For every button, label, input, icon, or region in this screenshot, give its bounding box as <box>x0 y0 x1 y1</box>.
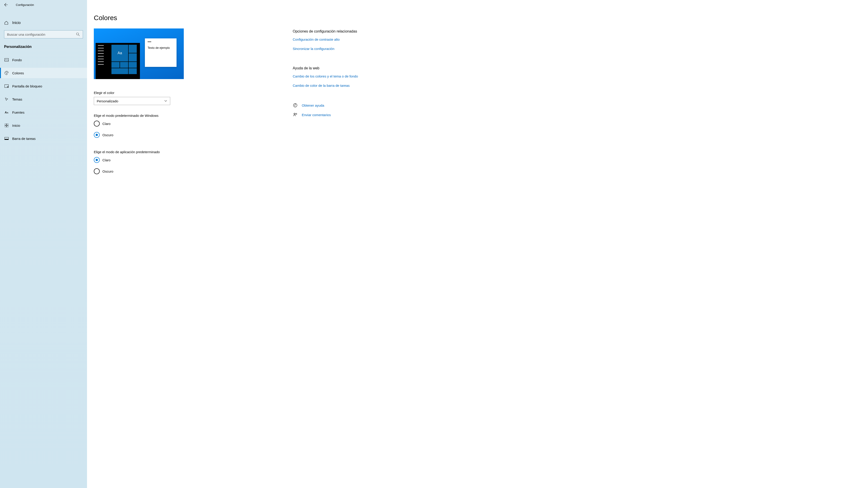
svg-rect-9 <box>5 126 6 127</box>
svg-point-0 <box>76 33 79 35</box>
svg-rect-6 <box>7 86 8 87</box>
preview-tile-aa: Aa <box>112 45 128 61</box>
preview-window: Texto de ejemplo <box>145 38 177 67</box>
taskbar-icon <box>4 137 9 140</box>
related-link-sync[interactable]: Sincronizar la configuración <box>293 46 361 52</box>
preview-window-text: Texto de ejemplo <box>148 46 174 50</box>
page-title: Colores <box>94 14 290 22</box>
feedback-link[interactable]: Enviar comentarios <box>293 112 361 117</box>
svg-rect-7 <box>5 124 6 125</box>
search-box[interactable] <box>4 30 83 38</box>
nav-label: Temas <box>12 97 22 101</box>
svg-rect-1 <box>5 59 8 61</box>
windows-mode-oscuro[interactable]: Oscuro <box>94 132 290 138</box>
nav-label: Colores <box>12 71 24 75</box>
svg-point-14 <box>294 113 295 115</box>
radio-label: Oscuro <box>102 133 113 137</box>
app-mode-oscuro[interactable]: Oscuro <box>94 168 290 174</box>
web-help-heading: Ayuda de la web <box>293 66 361 70</box>
nav-item-pantalla-bloqueo[interactable]: Pantalla de bloqueo <box>0 81 87 91</box>
nav-item-fuentes[interactable]: AA Fuentes <box>0 107 87 118</box>
nav-label: Fuentes <box>12 110 24 114</box>
svg-rect-10 <box>7 126 8 127</box>
nav-label: Fondo <box>12 58 22 62</box>
right-column: Opciones de configuración relacionadas C… <box>293 14 361 488</box>
app-title: Configuración <box>16 3 34 6</box>
main: Colores Aa <box>87 0 868 488</box>
nav-item-barra-tareas[interactable]: Barra de tareas <box>0 133 87 144</box>
related-heading: Opciones de configuración relacionadas <box>293 29 361 33</box>
svg-point-3 <box>6 72 6 72</box>
radio-checked-icon <box>94 157 100 163</box>
back-button[interactable] <box>4 3 8 7</box>
palette-icon <box>4 71 9 75</box>
search-input[interactable] <box>4 33 79 36</box>
svg-point-13 <box>293 103 297 107</box>
chevron-down-icon <box>164 99 167 103</box>
titlebar: Configuración <box>0 0 87 8</box>
app-mode-label: Elige el modo de aplicación predetermina… <box>94 150 290 154</box>
nav-item-inicio[interactable]: Inicio <box>0 120 87 131</box>
sidebar: Configuración Inicio Personalización Fon… <box>0 0 87 488</box>
app-mode-claro[interactable]: Claro <box>94 157 290 163</box>
nav-label: Inicio <box>12 124 20 127</box>
search-icon <box>76 32 80 36</box>
web-link-taskbar[interactable]: Cambio de color de la barra de tareas <box>293 83 361 88</box>
radio-label: Oscuro <box>102 169 113 173</box>
svg-point-2 <box>5 72 6 73</box>
color-preview: Aa Texto de ejemplo <box>94 29 184 79</box>
nav-label: Pantalla de bloqueo <box>12 84 42 88</box>
preview-start-menu: Aa <box>96 43 140 79</box>
nav-item-colores[interactable]: Colores <box>0 68 87 78</box>
windows-mode-label: Elige el modo predeterminado de Windows <box>94 113 290 118</box>
radio-icon <box>94 121 100 127</box>
web-link-colors[interactable]: Cambio de los colores y el tema o de fon… <box>293 74 361 79</box>
nav-label: Barra de tareas <box>12 137 35 140</box>
radio-label: Claro <box>102 122 111 126</box>
radio-label: Claro <box>102 158 111 162</box>
link-text: Enviar comentarios <box>302 113 331 117</box>
lockscreen-icon <box>4 85 9 88</box>
nav-item-temas[interactable]: Temas <box>0 94 87 104</box>
home-nav[interactable]: Inicio <box>0 18 87 28</box>
svg-rect-12 <box>5 139 8 140</box>
section-title: Personalización <box>0 38 87 52</box>
color-select-label: Elegir el color <box>94 91 290 95</box>
start-icon <box>4 124 9 127</box>
radio-icon <box>94 168 100 174</box>
home-label: Inicio <box>12 21 21 25</box>
svg-point-4 <box>7 72 7 72</box>
dropdown-value: Personalizado <box>97 99 118 103</box>
home-icon <box>4 21 8 25</box>
help-icon <box>293 103 298 107</box>
radio-checked-icon <box>94 132 100 138</box>
link-text: Obtener ayuda <box>302 103 324 107</box>
nav-list: Fondo Colores Pantalla de bloqueo Temas … <box>0 55 87 147</box>
color-mode-dropdown[interactable]: Personalizado <box>94 97 170 105</box>
windows-mode-claro[interactable]: Claro <box>94 121 290 127</box>
svg-rect-8 <box>7 124 8 125</box>
arrow-left-icon <box>4 3 8 6</box>
themes-icon <box>4 97 9 101</box>
nav-item-fondo[interactable]: Fondo <box>0 55 87 65</box>
feedback-icon <box>293 112 298 117</box>
fonts-icon: AA <box>4 111 9 114</box>
related-link-contrast[interactable]: Configuración de contraste alto <box>293 37 361 42</box>
get-help-link[interactable]: Obtener ayuda <box>293 103 361 107</box>
image-icon <box>4 58 9 61</box>
